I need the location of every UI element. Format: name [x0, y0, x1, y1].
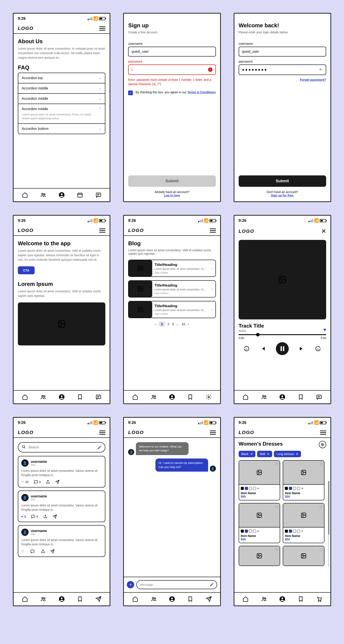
home-icon[interactable] [132, 394, 138, 400]
bookmark-icon[interactable] [77, 596, 83, 602]
favorite-button[interactable]: ♥ [323, 327, 326, 332]
accordion-item[interactable]: Accordion middle⌄ [18, 94, 105, 104]
product-card[interactable]: ♡ +Item Name$50 [239, 460, 280, 500]
home-icon[interactable] [22, 596, 28, 602]
filter-chip[interactable]: Long sleeves✕ [274, 451, 301, 457]
like-button[interactable]: ♥3 [21, 515, 26, 518]
pause-button[interactable] [276, 342, 289, 355]
bookmark-icon[interactable] [187, 596, 193, 602]
favorite-icon[interactable]: ♡ [319, 548, 323, 552]
next-icon[interactable] [299, 346, 305, 352]
send-button[interactable] [55, 480, 60, 484]
search-input[interactable]: 🎤 [18, 442, 105, 452]
progress-slider[interactable] [239, 334, 326, 335]
profile-icon[interactable] [169, 596, 175, 602]
users-icon[interactable] [261, 394, 267, 400]
menu-button[interactable] [99, 26, 105, 30]
username-input[interactable]: guest_user [128, 47, 216, 56]
post-username[interactable]: username [31, 529, 47, 533]
product-card[interactable]: ♡ [239, 546, 280, 566]
forward-10-icon[interactable]: 10 [315, 346, 321, 352]
menu-button[interactable] [320, 430, 326, 435]
color-swatches[interactable]: + [241, 486, 278, 490]
scrollbar[interactable] [328, 481, 330, 567]
color-swatches[interactable]: + [285, 486, 322, 490]
add-button[interactable]: + [127, 581, 134, 588]
send-button[interactable] [53, 514, 57, 519]
favorite-icon[interactable]: ♡ [319, 462, 323, 467]
accordion-item[interactable]: Accordion middle⌄ [18, 84, 105, 94]
favorite-icon[interactable]: ♡ [319, 505, 323, 510]
favorite-icon[interactable]: ♡ [275, 548, 278, 552]
close-button[interactable]: ✕ [321, 228, 326, 235]
users-icon[interactable] [40, 192, 46, 198]
comment-button[interactable] [30, 549, 36, 554]
username-input[interactable]: guest_user [239, 47, 326, 56]
product-card[interactable]: ♡ +Item Name$50 [239, 503, 280, 543]
users-icon[interactable] [261, 596, 267, 602]
home-icon[interactable] [132, 596, 138, 602]
post-username[interactable]: username [31, 494, 47, 498]
favorite-icon[interactable]: ♡ [275, 462, 278, 467]
signup-link[interactable]: Sign up for free. [271, 194, 294, 197]
filter-chip[interactable]: Midi✕ [257, 451, 272, 457]
message-input[interactable]: Message...🎤 [136, 580, 217, 589]
product-card[interactable]: ♡ [283, 546, 324, 566]
eye-icon[interactable]: 👁 [319, 68, 323, 72]
product-card[interactable]: ♡ +Item Name$50 [283, 503, 324, 543]
send-button[interactable] [50, 549, 54, 554]
menu-button[interactable] [99, 430, 105, 435]
settings-icon[interactable] [206, 394, 212, 400]
filter-button[interactable] [319, 441, 326, 448]
blog-card[interactable]: Title/HeadingLorem ipsum dolor sit amet … [128, 301, 216, 318]
forgot-password-link[interactable]: Forgot password? [300, 78, 326, 82]
filter-chip[interactable]: Black✕ [239, 451, 256, 457]
send-icon[interactable] [96, 596, 102, 602]
share-button[interactable] [43, 514, 48, 519]
page-link[interactable]: 3 [172, 322, 174, 326]
previous-icon[interactable] [260, 346, 266, 352]
send-icon[interactable] [206, 596, 212, 602]
cta-button[interactable]: CTA [18, 266, 34, 274]
users-icon[interactable] [40, 394, 46, 400]
profile-icon[interactable] [279, 394, 285, 400]
page-prev[interactable]: ‹ [155, 322, 156, 326]
users-icon[interactable] [151, 394, 157, 400]
bookmark-icon[interactable] [298, 394, 304, 400]
bookmark-icon[interactable] [77, 394, 83, 400]
page-link[interactable]: 10 [182, 322, 185, 326]
product-card[interactable]: ♡ +Item Name$50 [283, 460, 324, 500]
password-input[interactable]: ●●●●●●●●👁 [239, 64, 326, 75]
blog-card[interactable]: Title/HeadingLorem ipsum dolor sit amet … [128, 260, 216, 277]
accordion-item[interactable]: Accordion bottom⌄ [18, 124, 105, 134]
profile-icon[interactable] [59, 394, 65, 400]
submit-button[interactable]: Submit [128, 176, 216, 187]
accordion-item-open[interactable]: Accordion middleLorem ipsum dolor sit am… [18, 104, 105, 124]
profile-icon[interactable] [59, 192, 65, 198]
calendar-icon[interactable] [77, 192, 83, 198]
home-icon[interactable] [242, 596, 248, 602]
profile-icon[interactable] [59, 596, 65, 602]
favorite-icon[interactable]: ♡ [275, 505, 278, 510]
users-icon[interactable] [40, 596, 46, 602]
comment-button[interactable]: 4 [31, 514, 38, 519]
login-link[interactable]: Log in here [164, 194, 180, 197]
submit-button[interactable]: Submit [239, 176, 326, 187]
color-swatches[interactable]: + [285, 529, 322, 533]
menu-button[interactable] [99, 228, 105, 232]
home-icon[interactable] [242, 394, 248, 400]
menu-button[interactable] [210, 228, 216, 232]
like-button[interactable]: ♡ [21, 550, 25, 553]
bookmark-icon[interactable] [187, 394, 193, 400]
chat-icon[interactable] [316, 394, 322, 400]
blog-card[interactable]: Title/HeadingLorem ipsum dolor sit amet … [128, 280, 216, 298]
like-button[interactable]: ♡10 [21, 480, 28, 484]
page-current[interactable]: 1 [159, 322, 165, 326]
home-icon[interactable] [22, 394, 28, 400]
menu-button[interactable] [210, 430, 216, 435]
remove-icon[interactable]: ✕ [250, 452, 253, 456]
terms-checkbox[interactable]: ✓ By checking this box, you agree to our… [128, 90, 216, 95]
profile-icon[interactable] [169, 394, 175, 400]
color-swatches[interactable]: + [241, 529, 278, 533]
post-username[interactable]: username [31, 460, 47, 464]
